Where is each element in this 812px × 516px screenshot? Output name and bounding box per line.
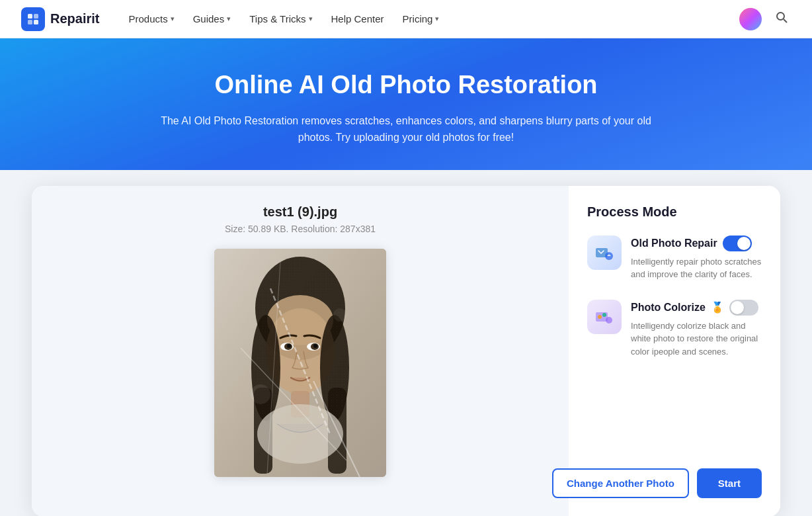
chevron-down-icon: ▾ (309, 15, 313, 23)
colorize-toggle[interactable] (729, 300, 758, 316)
colorize-mode-header: Photo Colorize 🏅 (631, 300, 762, 316)
repair-toggle[interactable] (723, 236, 752, 251)
panel-footer: Change Another Photo Start (587, 468, 762, 498)
chevron-down-icon: ▾ (227, 15, 231, 23)
svg-point-33 (605, 252, 613, 260)
svg-rect-0 (28, 14, 32, 19)
svg-point-37 (606, 317, 612, 323)
repair-mode-content: Old Photo Repair Intelligently repair ph… (631, 236, 762, 281)
start-button[interactable]: Start (697, 468, 762, 498)
colorize-mode-content: Photo Colorize 🏅 Intelligendy colorize b… (631, 300, 762, 359)
nav-item-guides[interactable]: Guides ▾ (185, 9, 239, 28)
file-meta: Size: 50.89 KB. Resolution: 287x381 (225, 224, 376, 234)
right-panel: Process Mode Old Photo Repair (569, 186, 780, 516)
colorize-mode-icon (587, 300, 622, 334)
svg-rect-29 (214, 249, 386, 477)
hero-title: Online AI Old Photo Restoration (13, 70, 799, 101)
hero-section: Online AI Old Photo Restoration The AI O… (0, 38, 812, 170)
svg-point-35 (598, 315, 602, 319)
repair-mode-icon (587, 236, 622, 270)
colorize-medal-icon: 🏅 (711, 301, 724, 314)
nav-item-help-center[interactable]: Help Center (323, 9, 392, 28)
navbar: Repairit Products ▾ Guides ▾ Tips & Tric… (0, 0, 812, 38)
hero-subtitle: The AI Old Photo Restoration removes scr… (148, 112, 664, 146)
card-inner: test1 (9).jpg Size: 50.89 KB. Resolution… (32, 186, 780, 516)
nav-item-tips-tricks[interactable]: Tips & Tricks ▾ (241, 9, 320, 28)
svg-rect-3 (34, 20, 38, 24)
mode-item-colorize: Photo Colorize 🏅 Intelligendy colorize b… (587, 300, 762, 359)
toggle-knob (737, 237, 751, 250)
svg-point-4 (777, 13, 784, 20)
nav-item-pricing[interactable]: Pricing ▾ (395, 9, 448, 28)
left-panel: test1 (9).jpg Size: 50.89 KB. Resolution… (32, 186, 569, 516)
svg-rect-1 (34, 14, 38, 19)
colorize-mode-name: Photo Colorize (631, 302, 706, 314)
mode-item-repair: Old Photo Repair Intelligently repair ph… (587, 236, 762, 281)
chevron-down-icon: ▾ (171, 15, 175, 23)
logo-text: Repairit (50, 11, 99, 26)
nav-items: Products ▾ Guides ▾ Tips & Tricks ▾ Help… (120, 9, 739, 28)
repair-mode-name: Old Photo Repair (631, 237, 717, 249)
colorize-mode-desc: Intelligendy colorize black and white ph… (631, 320, 762, 359)
repair-mode-desc: Intelligently repair photo scratches and… (631, 255, 762, 281)
process-mode-title: Process Mode (587, 204, 762, 220)
avatar[interactable] (739, 8, 762, 30)
main-container: test1 (9).jpg Size: 50.89 KB. Resolution… (16, 170, 796, 516)
logo[interactable]: Repairit (21, 7, 99, 31)
svg-line-5 (784, 19, 787, 22)
nav-right (739, 8, 791, 30)
change-photo-button[interactable]: Change Another Photo (552, 468, 689, 498)
toggle-knob (731, 301, 744, 314)
file-name: test1 (9).jpg (263, 204, 337, 220)
chevron-down-icon: ▾ (435, 15, 439, 23)
svg-rect-2 (28, 20, 32, 24)
photo-preview (214, 249, 386, 477)
repair-mode-header: Old Photo Repair (631, 236, 762, 251)
svg-point-36 (602, 313, 606, 317)
nav-item-products[interactable]: Products ▾ (120, 9, 182, 28)
search-icon[interactable] (772, 8, 791, 30)
logo-icon (21, 7, 45, 31)
main-card: test1 (9).jpg Size: 50.89 KB. Resolution… (32, 186, 780, 516)
